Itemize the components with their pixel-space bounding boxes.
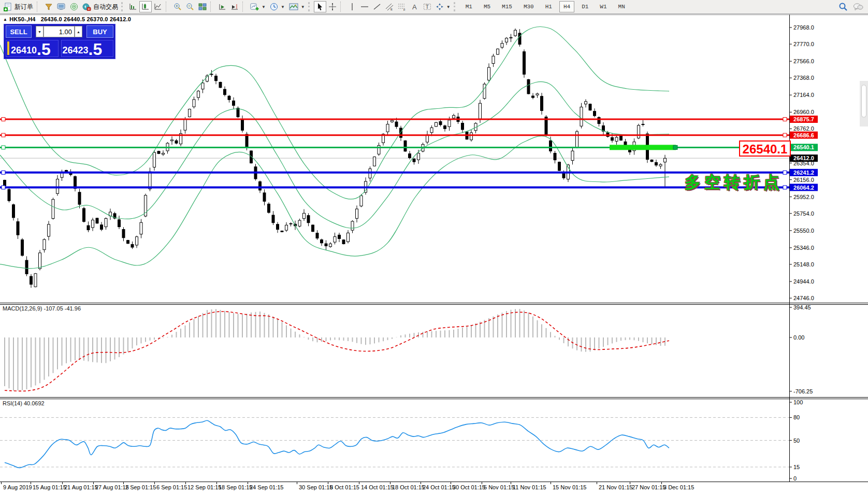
svg-text:26875.7: 26875.7 [793,116,814,122]
svg-text:26064.2: 26064.2 [793,185,814,191]
spread-bar [7,41,9,55]
svg-text:100: 100 [793,399,803,405]
svg-text:25550.0: 25550.0 [793,228,814,234]
turning-point-annotation[interactable]: 多空转折点 [685,172,783,193]
svg-text:26241.2: 26241.2 [793,170,814,176]
svg-text:15 Aug 01:15: 15 Aug 01:15 [33,484,66,490]
svg-text:15: 15 [793,464,800,470]
svg-text:24 Oct 01:15: 24 Oct 01:15 [423,484,455,490]
svg-text:27566.0: 27566.0 [793,58,814,64]
svg-text:21 Aug 01:15: 21 Aug 01:15 [64,484,98,490]
svg-text:27968.0: 27968.0 [793,24,814,31]
svg-text:27368.0: 27368.0 [793,75,814,81]
sell-button[interactable]: SELL [6,25,32,38]
macd-signal-line [5,312,669,391]
level-lines[interactable] [0,119,789,188]
svg-text:6 Sep 01:15: 6 Sep 01:15 [156,484,187,490]
price-level-annotation[interactable]: 26540.1 [739,140,791,157]
right-scrollbar[interactable] [860,81,868,126]
svg-text:9 Aug 2019: 9 Aug 2019 [3,484,32,490]
bollinger-middle [0,82,669,228]
sell-price-frac: .5 [37,43,51,56]
svg-text:-706.25: -706.25 [793,388,813,394]
svg-text:25148.0: 25148.0 [793,261,814,267]
volume-input[interactable] [44,26,75,37]
macd-panel: 394.450.00-706.25 [5,304,813,394]
svg-text:18 Oct 01:15: 18 Oct 01:15 [392,484,425,490]
svg-text:394.45: 394.45 [793,304,811,310]
svg-text:27164.0: 27164.0 [793,92,814,98]
buy-price-main: 26423 [63,45,89,56]
svg-text:8 Oct 01:15: 8 Oct 01:15 [330,484,359,490]
svg-text:80: 80 [793,414,800,420]
svg-text:0: 0 [793,475,797,482]
price-axis: 27968.027770.027566.027368.027164.026960… [789,24,818,301]
svg-text:3 Dec 01:15: 3 Dec 01:15 [663,484,694,490]
svg-text:26156.0: 26156.0 [793,177,814,183]
svg-text:25754.0: 25754.0 [793,210,814,217]
macd-indicator-label: MACD(12,26,9) -107.05 -41.96 [3,305,81,312]
svg-text:25952.0: 25952.0 [793,194,814,200]
svg-text:26762.0: 26762.0 [793,125,814,132]
svg-text:25346.0: 25346.0 [793,245,814,251]
sell-price-main: 26410 [11,45,37,56]
svg-text:24944.0: 24944.0 [793,278,814,285]
rsi-line [5,420,669,468]
buy-button[interactable]: BUY [86,25,113,38]
svg-text:12 Sep 01:15: 12 Sep 01:15 [187,484,221,490]
svg-text:0.00: 0.00 [793,334,804,341]
date-axis: 9 Aug 201915 Aug 01:1521 Aug 01:1527 Aug… [2,482,695,490]
svg-text:11 Nov 01:15: 11 Nov 01:15 [513,484,546,490]
svg-text:30 Sep 01:15: 30 Sep 01:15 [299,484,332,490]
svg-text:26540.1: 26540.1 [793,144,814,150]
svg-text:27 Aug 01:15: 27 Aug 01:15 [95,484,129,490]
rsi-indicator-label: RSI(14) 40.0692 [3,400,45,406]
svg-text:2 Sep 01:15: 2 Sep 01:15 [125,484,156,490]
svg-text:27 Nov 01:15: 27 Nov 01:15 [632,484,666,490]
svg-text:26686.6: 26686.6 [793,132,814,138]
panel-borders [0,15,868,482]
svg-text:26960.0: 26960.0 [793,109,814,115]
one-click-trading-panel: SELL ▼ ▲ BUY 26410 .5 26423 .5 [4,24,115,59]
bollinger-lower [0,136,669,269]
svg-text:27770.0: 27770.0 [793,41,814,47]
collapse-arrow-icon[interactable]: ▲ [3,17,7,22]
svg-text:15 Nov 01:15: 15 Nov 01:15 [553,484,586,490]
buy-price-frac: .5 [89,43,103,56]
svg-text:5 Nov 01:15: 5 Nov 01:15 [484,484,514,490]
svg-text:26412.0: 26412.0 [793,155,814,161]
line-handles[interactable] [2,118,787,190]
highlight-zone[interactable] [610,145,676,150]
sell-price-display[interactable]: 26410 .5 [6,40,59,57]
main-price-panel [0,27,789,288]
svg-text:18 Sep 01:15: 18 Sep 01:15 [219,484,252,490]
svg-text:24 Sep 01:15: 24 Sep 01:15 [250,484,283,490]
buy-price-display[interactable]: 26423 .5 [61,40,114,57]
symbol-period-label: HK50-,H4 [9,16,36,22]
svg-text:50: 50 [793,437,800,444]
svg-text:30 Oct 01:15: 30 Oct 01:15 [453,484,485,490]
chart-title-bar: ▲ HK50-,H4 26436.0 26440.5 26370.0 26412… [3,16,131,22]
ohlc-values: 26436.0 26440.5 26370.0 26412.0 [41,16,131,22]
chart-canvas[interactable]: 27968.027770.027566.027368.027164.026960… [0,0,868,494]
svg-text:21 Nov 01:15: 21 Nov 01:15 [599,484,632,490]
volume-decrease-button[interactable]: ▼ [36,26,44,37]
rsi-panel: 1008050150 [0,399,803,482]
svg-text:24746.0: 24746.0 [793,295,814,301]
svg-text:14 Oct 01:15: 14 Oct 01:15 [361,484,394,490]
volume-increase-button[interactable]: ▲ [75,26,82,37]
